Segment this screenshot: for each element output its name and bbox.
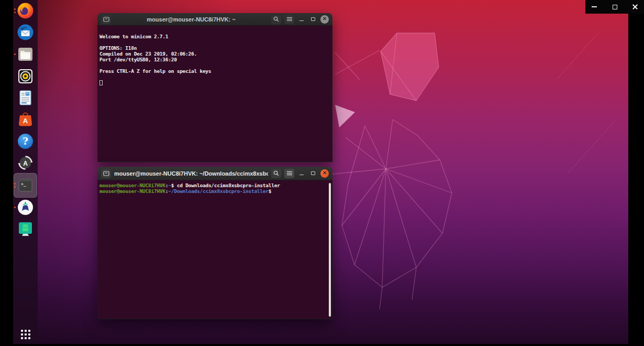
sidebar-item-android-emulator[interactable]	[17, 220, 34, 237]
terminal-line: Port /dev/ttyUSB0, 12:36:20	[99, 57, 332, 62]
shell-titlebar[interactable]: mouser@mouser-NUC8i7HVK: ~/Downloads/cci…	[97, 167, 332, 180]
thunderbird-icon	[17, 24, 34, 41]
terminal-line: mouser@mouser-NUC8i7HVK:~$ cd Downloads/…	[99, 182, 332, 188]
terminal-line: Press CTRL-A Z for help on special keys	[99, 68, 332, 74]
minicom-titlebar[interactable]: mouser@mouser-NUC8i7HVK: ~ ✕	[97, 13, 332, 26]
ubuntu-software-icon: A	[17, 111, 34, 128]
close-icon[interactable]	[631, 3, 639, 10]
sidebar-item-terminal[interactable]: >_	[17, 177, 34, 194]
close-icon[interactable]: ✕	[320, 169, 329, 178]
new-tab-icon[interactable]	[101, 169, 111, 178]
search-icon[interactable]	[271, 169, 281, 178]
maximize-icon[interactable]	[309, 169, 317, 178]
rhythmbox-icon	[17, 68, 34, 85]
sidebar-item-firefox[interactable]	[17, 2, 34, 19]
sidebar-item-rhythmbox[interactable]	[17, 68, 34, 85]
android-emulator-icon	[17, 220, 34, 237]
svg-text:>_: >_	[21, 182, 26, 187]
terminal-window-minicom: mouser@mouser-NUC8i7HVK: ~ ✕ Welcome to …	[97, 13, 332, 162]
sidebar-item-thunderbird[interactable]	[17, 24, 34, 41]
window-title: mouser@mouser-NUC8i7HVK: ~/Downloads/cci…	[114, 170, 268, 177]
menu-icon[interactable]	[284, 15, 294, 24]
svg-text:?: ?	[23, 136, 28, 147]
minicom-terminal-content[interactable]: Welcome to minicom 2.7.1 OPTIONS: I18n C…	[97, 26, 332, 162]
help-question-icon: ?	[17, 133, 34, 150]
search-icon[interactable]	[271, 15, 281, 24]
terminal-line: OPTIONS: I18n	[99, 45, 332, 51]
terminal-line: Welcome to minicom 2.7.1	[99, 34, 332, 39]
terminal-line	[99, 39, 332, 45]
android-studio-icon	[17, 199, 34, 216]
letterbox-bottom	[0, 344, 644, 346]
svg-text:A: A	[23, 160, 28, 167]
sidebar-item-android-studio[interactable]	[17, 199, 34, 216]
window-title: mouser@mouser-NUC8i7HVK: ~	[114, 16, 268, 23]
close-icon[interactable]: ✕	[320, 15, 329, 24]
libreoffice-writer-icon	[17, 89, 34, 106]
sidebar-item-help[interactable]: ?	[17, 133, 34, 150]
terminal-line	[99, 62, 332, 68]
minimize-icon[interactable]	[297, 15, 306, 24]
terminal-line: Compiled on Dec 23 2019, 02:06:26.	[99, 51, 332, 57]
hollow-block-cursor	[99, 80, 103, 85]
firefox-icon	[17, 2, 34, 19]
maximize-icon[interactable]	[309, 15, 317, 24]
sidebar-item-software-updater[interactable]: A	[17, 154, 34, 171]
files-folder-icon	[17, 46, 34, 63]
sidebar-item-files[interactable]	[17, 46, 34, 63]
terminal-cursor-line	[99, 80, 332, 85]
new-tab-icon[interactable]	[101, 15, 111, 24]
prompt-user-host: mouser@mouser-NUC8i7HVK	[99, 188, 165, 194]
minimize-icon[interactable]	[591, 3, 598, 10]
show-applications-button[interactable]	[13, 327, 38, 342]
shell-terminal-content[interactable]: mouser@mouser-NUC8i7HVK:~$ cd Downloads/…	[97, 180, 332, 319]
terminal-window-shell: mouser@mouser-NUC8i7HVK: ~/Downloads/cci…	[97, 167, 332, 319]
maximize-icon[interactable]	[611, 3, 618, 10]
sidebar-item-libreoffice-writer[interactable]	[17, 89, 34, 106]
show-applications-icon	[21, 330, 30, 339]
minimize-icon[interactable]	[297, 169, 306, 178]
terminal-line: mouser@mouser-NUC8i7HVK:~/Downloads/ccim…	[99, 188, 332, 194]
menu-icon[interactable]	[284, 169, 294, 178]
terminal-scrollbar[interactable]	[329, 183, 331, 317]
terminal-line	[99, 74, 332, 80]
prompt-path: ~/Downloads/ccimx8xsbcpro-installer	[168, 188, 268, 194]
software-updater-icon: A	[17, 154, 34, 171]
terminal-line	[99, 28, 332, 34]
vm-window-titlebar	[585, 0, 644, 14]
sidebar-item-ubuntu-software[interactable]: A	[17, 111, 34, 128]
dock: A ? A >_	[13, 0, 38, 344]
svg-text:A: A	[23, 117, 28, 125]
command-text: cd Downloads/ccimx8xsbcpro-installer	[177, 182, 280, 188]
prompt-user-host: mouser@mouser-NUC8i7HVK	[99, 182, 165, 188]
terminal-icon: >_	[17, 177, 34, 194]
